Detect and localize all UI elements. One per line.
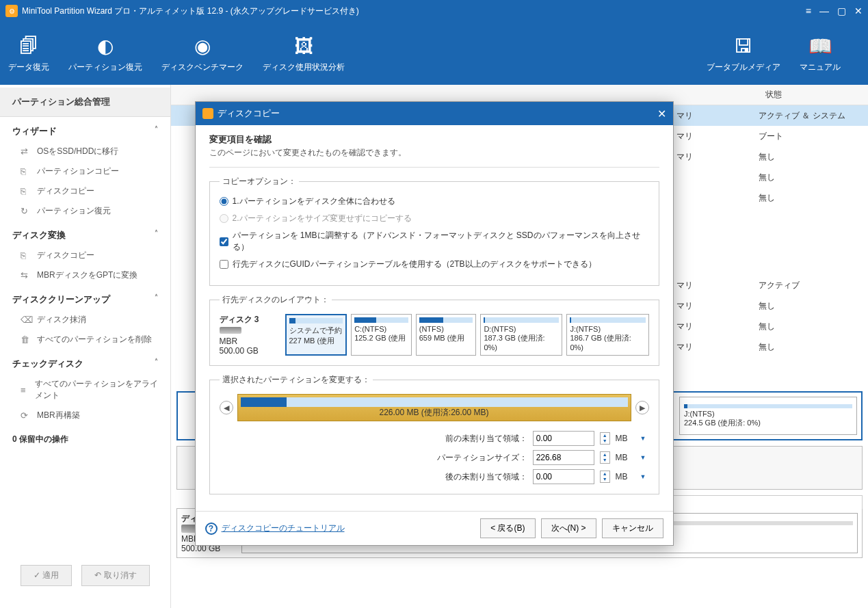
row-unalloc-before: 前の未割り当て領域： ▲▼ MB ▼ <box>425 431 649 446</box>
unit-dropdown-icon[interactable]: ▼ <box>637 472 649 481</box>
radio-input[interactable] <box>220 214 228 223</box>
input-unalloc-before[interactable] <box>533 431 594 446</box>
modal-heading: 変更項目を確認 <box>209 133 659 146</box>
input-unalloc-after[interactable] <box>533 469 594 484</box>
layout-part-d[interactable]: D:(NTFS) 187.3 GB (使用済: 0%) <box>480 314 562 356</box>
modal-logo-icon <box>202 108 213 119</box>
back-button[interactable]: < 戻る(B) <box>480 518 535 538</box>
layout-part-c[interactable]: C:(NTFS) 125.2 GB (使用 <box>351 314 412 356</box>
next-button[interactable]: 次へ(N) > <box>541 518 596 538</box>
row-partition-size: パーティションサイズ： ▲▼ MB ▼ <box>425 450 649 465</box>
dest-layout-legend: 行先ディスクのレイアウト： <box>220 294 332 306</box>
slider-right-arrow[interactable]: ▶ <box>635 401 649 414</box>
checkbox-input[interactable] <box>220 237 228 246</box>
checkbox-align-1mb[interactable]: パーティションを 1MBに調整する（アドバンスド・フォーマットディスクと SSD… <box>220 230 649 253</box>
help-icon: ? <box>205 523 218 535</box>
row-unalloc-after: 後の未割り当て領域： ▲▼ MB ▼ <box>425 469 649 484</box>
disk-copy-modal: ディスクコピー ✕ 変更項目を確認 このページにおいて変更されたものを確認できま… <box>195 101 674 546</box>
cancel-button[interactable]: キャンセル <box>602 518 663 538</box>
modal-title-bar: ディスクコピー ✕ <box>196 102 673 125</box>
slider-left-arrow[interactable]: ◀ <box>220 401 233 414</box>
spinner[interactable]: ▲▼ <box>600 471 610 483</box>
change-partition-group: 選択されたパーティションを変更する： ◀ 226.00 MB (使用済:26.0… <box>209 374 659 494</box>
modal-footer: ? ディスクコピーのチュートリアル < 戻る(B) 次へ(N) > キャンセル <box>196 511 673 545</box>
disk-icon <box>220 327 241 334</box>
unit-dropdown-icon[interactable]: ▼ <box>637 434 649 443</box>
modal-title: ディスクコピー <box>218 107 657 120</box>
radio-copy-without-resize[interactable]: 2.パーティションをサイズ変更せずにコピーする <box>220 213 649 224</box>
layout-part-ntfs[interactable]: (NTFS) 659 MB (使用 <box>416 314 477 356</box>
radio-input[interactable] <box>220 197 228 206</box>
layout-part-j[interactable]: J:(NTFS) 186.7 GB (使用済: 0%) <box>566 314 648 356</box>
modal-overlay: ディスクコピー ✕ 変更項目を確認 このページにおいて変更されたものを確認できま… <box>0 0 868 608</box>
unit-dropdown-icon[interactable]: ▼ <box>637 453 649 462</box>
layout-disk-info: ディスク 3 MBR 500.00 GB <box>220 314 281 356</box>
tutorial-link[interactable]: ? ディスクコピーのチュートリアル <box>205 523 345 535</box>
spinner[interactable]: ▲▼ <box>600 451 610 464</box>
dest-layout-group: 行先ディスクのレイアウト： ディスク 3 MBR 500.00 GB システムで… <box>209 294 659 366</box>
copy-options-group: コピーオプション： 1.パーティションをディスク全体に合わせる 2.パーティショ… <box>209 176 659 286</box>
copy-options-legend: コピーオプション： <box>220 176 299 187</box>
modal-close-icon[interactable]: ✕ <box>657 107 666 120</box>
change-partition-legend: 選択されたパーティションを変更する： <box>220 374 373 386</box>
radio-fit-whole-disk[interactable]: 1.パーティションをディスク全体に合わせる <box>220 196 649 207</box>
layout-part-system-reserved[interactable]: システムで予約 227 MB (使用 <box>285 314 347 356</box>
spinner[interactable]: ▲▼ <box>600 432 610 445</box>
input-partition-size[interactable] <box>533 450 594 465</box>
checkbox-input[interactable] <box>220 260 228 269</box>
checkbox-use-guid[interactable]: 行先ディスクにGUIDパーティションテーブルを使用する（2TB以上のディスクをサ… <box>220 259 649 270</box>
partition-slider[interactable]: 226.00 MB (使用済:26.00 MB) <box>237 394 631 421</box>
modal-subheading: このページにおいて変更されたものを確認できます。 <box>209 147 659 159</box>
